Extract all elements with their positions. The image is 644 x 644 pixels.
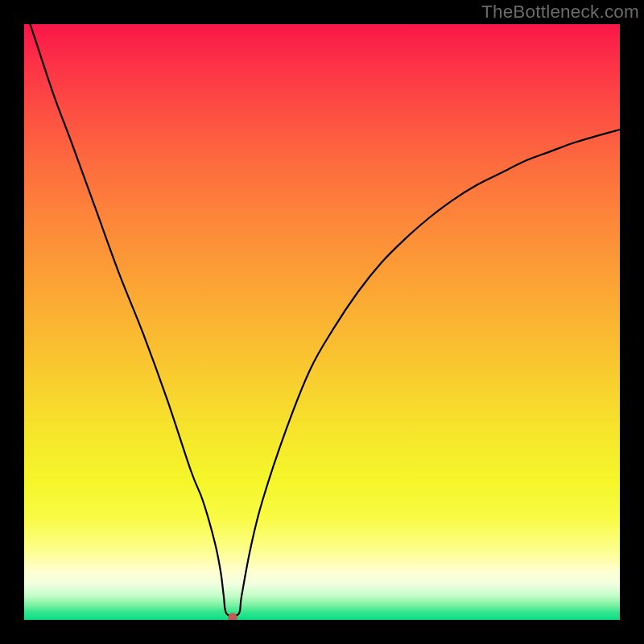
chart-frame: TheBottleneck.com — [0, 0, 644, 644]
watermark-text: TheBottleneck.com — [481, 2, 639, 23]
minimum-marker — [229, 613, 237, 621]
bottleneck-curve — [24, 24, 620, 617]
curve-svg — [24, 24, 620, 620]
plot-area — [24, 24, 620, 620]
